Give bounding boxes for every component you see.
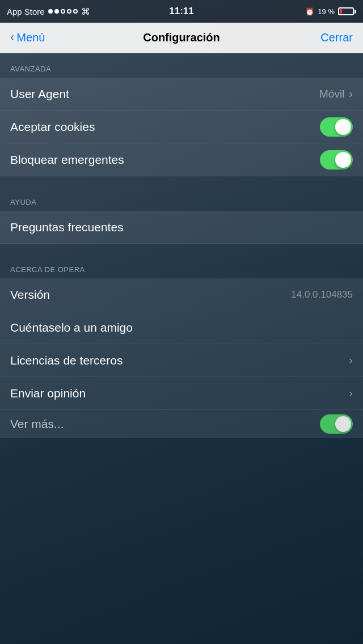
block-popups-label: Bloquear emergentes [10,153,124,167]
accept-cookies-toggle-thumb [335,119,351,135]
page-title: Configuración [143,31,220,44]
settings-item-version: Versión 14.0.0.104835 [0,278,363,311]
more-label: Ver más... [10,417,64,431]
settings-item-more[interactable]: Ver más... [0,410,363,438]
settings-item-faq[interactable]: Preguntas frecuentes [0,211,363,244]
block-popups-toggle[interactable] [320,150,353,170]
signal-dot-5 [73,9,78,14]
status-left: App Store ⌘ [7,6,90,17]
alarm-icon: ⏰ [305,7,314,16]
section-header-ayuda: AYUDA [0,187,363,211]
carrier-label: App Store [7,7,45,16]
user-agent-label: User Agent [10,87,69,101]
settings-item-licenses[interactable]: Licencias de terceros › [0,344,363,377]
version-label: Versión [10,288,50,302]
signal-icon [48,9,78,14]
signal-dot-3 [61,9,65,14]
settings-content: AVANZADA User Agent Móvil › Aceptar cook… [0,53,363,644]
licenses-chevron-icon: › [349,354,353,367]
nav-bar: ‹ Menú Configuración Cerrar [0,23,363,53]
settings-item-feedback[interactable]: Enviar opinión › [0,377,363,410]
section-header-opera: ACERCA DE OPERA [0,254,363,278]
user-agent-right: Móvil › [319,87,353,100]
back-label: Menú [16,31,45,44]
settings-item-accept-cookies[interactable]: Aceptar cookies [0,111,363,143]
share-label: Cuéntaselo a un amigo [10,321,133,334]
signal-dot-4 [67,9,71,14]
back-button[interactable]: ‹ Menú [10,31,45,45]
battery-icon [338,7,356,15]
battery-percent: 19 % [318,7,335,16]
accept-cookies-toggle[interactable] [320,117,353,137]
user-agent-chevron-icon: › [349,87,353,100]
feedback-chevron-icon: › [349,387,353,400]
back-chevron-icon: ‹ [10,30,14,45]
block-popups-toggle-thumb [335,152,351,168]
more-toggle[interactable] [320,414,353,434]
faq-label: Preguntas frecuentes [10,221,124,234]
status-bar: App Store ⌘ 11:11 ⏰ 19 % [0,0,363,23]
more-toggle-thumb [335,416,351,432]
licenses-label: Licencias de terceros [10,354,123,367]
settings-item-block-popups[interactable]: Bloquear emergentes [0,143,363,176]
signal-dot-1 [48,9,53,14]
version-value: 14.0.0.104835 [291,289,353,300]
signal-dot-2 [54,9,59,14]
user-agent-value: Móvil [319,88,344,100]
accept-cookies-label: Aceptar cookies [10,120,95,134]
status-right: ⏰ 19 % [305,7,356,16]
close-button[interactable]: Cerrar [320,31,353,44]
settings-item-user-agent[interactable]: User Agent Móvil › [0,78,363,111]
settings-item-share[interactable]: Cuéntaselo a un amigo [0,311,363,344]
section-header-avanzada: AVANZADA [0,53,363,78]
feedback-label: Enviar opinión [10,387,86,400]
status-time: 11:11 [169,6,193,17]
wifi-icon: ⌘ [81,6,90,17]
